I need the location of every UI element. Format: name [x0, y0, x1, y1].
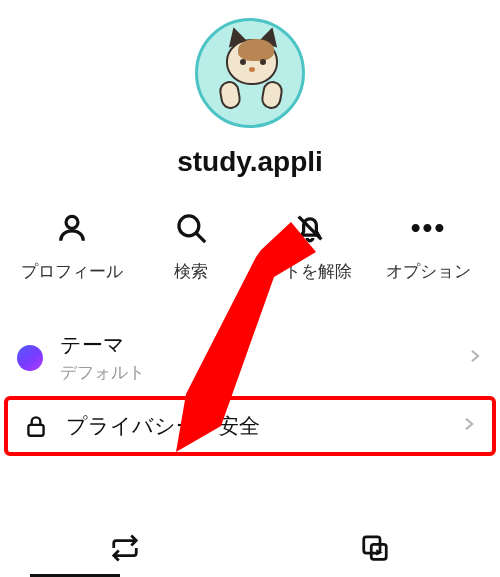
- bell-off-icon: [293, 208, 327, 248]
- bottom-tabs: [0, 519, 500, 577]
- avatar-image: [198, 21, 302, 125]
- action-row: プロフィール 検索 ートを解除 ••• オプション: [0, 208, 500, 283]
- search-button[interactable]: 検索: [132, 208, 250, 283]
- tab-media[interactable]: [250, 519, 500, 577]
- privacy-row[interactable]: プライバシー・安全: [6, 398, 494, 454]
- svg-line-2: [196, 234, 205, 243]
- options-label: オプション: [386, 260, 471, 283]
- profile-label: プロフィール: [21, 260, 123, 283]
- media-icon: [360, 533, 390, 563]
- search-label: 検索: [174, 260, 208, 283]
- avatar[interactable]: [195, 18, 305, 128]
- svg-point-1: [178, 216, 198, 236]
- unmute-button[interactable]: ートを解除: [251, 208, 369, 283]
- settings-list: テーマ デフォルト プライバシー・安全: [0, 317, 500, 454]
- username: study.appli: [177, 146, 323, 178]
- theme-row[interactable]: テーマ デフォルト: [0, 317, 500, 398]
- chevron-right-icon: [460, 415, 478, 437]
- repost-icon: [110, 533, 140, 563]
- svg-rect-4: [28, 425, 43, 436]
- theme-title: テーマ: [60, 331, 466, 359]
- privacy-title: プライバシー・安全: [66, 412, 460, 440]
- theme-swatch-icon: [16, 344, 44, 372]
- svg-point-0: [66, 216, 78, 228]
- more-icon: •••: [411, 208, 446, 248]
- person-icon: [55, 208, 89, 248]
- lock-icon: [22, 412, 50, 440]
- options-button[interactable]: ••• オプション: [370, 208, 488, 283]
- tab-repost[interactable]: [0, 519, 250, 577]
- chevron-right-icon: [466, 347, 484, 369]
- theme-subtitle: デフォルト: [60, 361, 466, 384]
- unmute-label: ートを解除: [267, 260, 352, 283]
- search-icon: [174, 208, 208, 248]
- profile-button[interactable]: プロフィール: [13, 208, 131, 283]
